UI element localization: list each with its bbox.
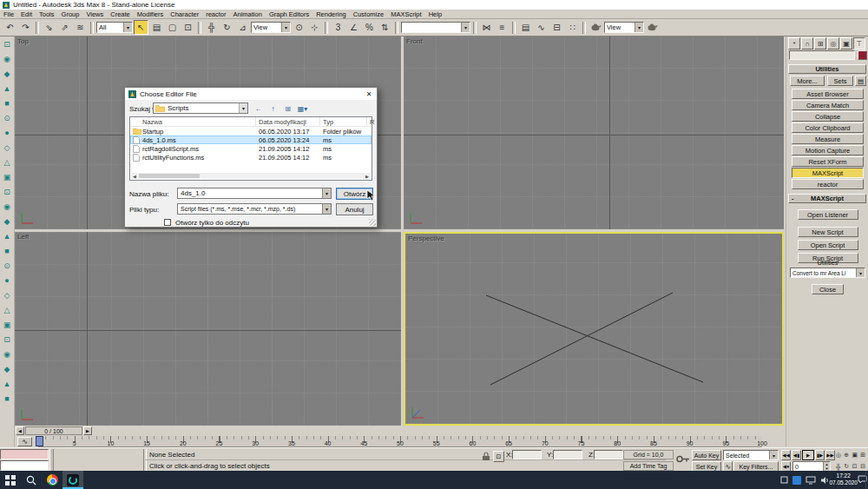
previous-frame-button[interactable]: ◀▮ xyxy=(792,450,801,460)
file-row-rctragdollscript-ms[interactable]: rctRagdollScript.ms21.09.2005 14:12ms xyxy=(130,144,372,153)
reactor-cloth-collection-icon[interactable]: ◉ xyxy=(1,53,13,65)
new-script-button[interactable]: New Script xyxy=(798,227,858,237)
reactor-rope-modifier-icon[interactable]: ▲ xyxy=(1,378,13,390)
read-only-checkbox[interactable] xyxy=(164,219,171,226)
add-time-tag[interactable]: Add Time Tag xyxy=(623,461,674,471)
horizontal-scrollbar[interactable]: ◀ ▶ xyxy=(131,173,371,179)
reactor-linear-dashpot-icon[interactable]: ◇ xyxy=(1,142,13,154)
reactor-rag-doll-constraint-icon[interactable]: ⊡ xyxy=(1,186,13,198)
utility-collapse-button[interactable]: Collapse xyxy=(792,111,864,122)
maxscript-utility-dropdown[interactable]: Convert to mr Area Li ▾ xyxy=(790,268,865,278)
set-keys-icon[interactable] xyxy=(676,455,690,463)
menu-animation[interactable]: Animation xyxy=(230,10,266,19)
align-button[interactable]: ≡ xyxy=(495,20,510,35)
cancel-button[interactable]: Anuluj xyxy=(336,203,373,215)
resize-grip[interactable] xyxy=(369,219,376,226)
select-object-button[interactable]: ↖ xyxy=(134,20,148,35)
reactor-toy-car-icon[interactable]: ● xyxy=(1,274,13,287)
angle-snap-toggle-button[interactable]: ∠ xyxy=(346,20,361,35)
scroll-right-icon[interactable]: ▶ xyxy=(364,174,371,179)
menu-character[interactable]: Character xyxy=(167,10,202,19)
go-to-start-button[interactable]: ◀◀ xyxy=(781,450,791,460)
open-script-button[interactable]: Open Script xyxy=(798,240,858,250)
reactor-soft-body-collection-icon[interactable]: ◆ xyxy=(1,68,13,80)
reactor-spring-icon[interactable]: ● xyxy=(1,127,13,139)
reactor-rope-collection-icon[interactable]: ▲ xyxy=(1,83,13,95)
zoom-button[interactable]: ◎ xyxy=(834,450,843,460)
back-button[interactable]: ← xyxy=(252,102,265,116)
file-name-combo[interactable]: 4ds_1.0 ▾ xyxy=(177,188,332,199)
bind-to-space-warp-button[interactable]: ≋ xyxy=(73,20,88,35)
file-row-rctutilityfunctions-ms[interactable]: rctUtilityFunctions.ms21.09.2005 14:12ms xyxy=(130,153,372,162)
maxscript-mini-listener-macro[interactable] xyxy=(0,449,49,459)
utilities-rollout-header[interactable]: Utilities xyxy=(788,64,866,74)
scroll-left-icon[interactable]: ◀ xyxy=(131,174,138,179)
trackbar-prev-key-button[interactable]: ◀ xyxy=(16,426,24,435)
utility-reactor-button[interactable]: reactor xyxy=(792,179,864,189)
scrollbar-thumb[interactable] xyxy=(139,174,200,178)
column-header-data-modyfikacji[interactable]: Data modyfikacji xyxy=(259,118,306,126)
select-and-rotate-button[interactable]: ↻ xyxy=(220,20,234,35)
reactor-prismatic-constraint-icon[interactable]: ▲ xyxy=(1,230,13,242)
reactor-motor-icon[interactable]: △ xyxy=(1,304,13,316)
reactor-point-point-constraint-icon[interactable]: ◆ xyxy=(1,215,13,228)
reference-coordinate-system-dropdown[interactable]: View▾ xyxy=(251,22,291,33)
object-color-swatch[interactable] xyxy=(858,50,867,60)
tab-display[interactable]: ▣ xyxy=(840,37,852,50)
menu-edit[interactable]: Edit xyxy=(17,10,36,19)
reactor-rigid-body-collection-icon[interactable]: ⊡ xyxy=(1,38,13,50)
viewport-perspective[interactable]: Perspective xyxy=(404,232,784,426)
key-mode-dropdown[interactable]: Selected▾ xyxy=(723,450,779,460)
maxscript-mini-listener[interactable] xyxy=(0,460,49,471)
schematic-view-button[interactable]: ⊟ xyxy=(549,20,564,35)
dialog-titlebar[interactable]: Choose Editor File ✕ xyxy=(125,88,377,100)
reactor-wind-icon[interactable]: ▣ xyxy=(1,319,13,331)
selection-lock-icon[interactable] xyxy=(482,452,490,461)
object-name-field[interactable] xyxy=(789,50,855,60)
reactor-fracture-icon[interactable]: ◇ xyxy=(1,289,13,301)
viewport-left-label[interactable]: Left xyxy=(17,233,29,241)
tab-utilities[interactable]: ⊤ xyxy=(853,37,865,50)
menu-rendering[interactable]: Rendering xyxy=(312,10,350,19)
undo-button[interactable]: ↶ xyxy=(3,20,17,35)
utility-camera-match-button[interactable]: Camera Match xyxy=(792,100,864,110)
frame-spinner[interactable]: ▲▼ xyxy=(823,462,830,471)
taskbar-search-button[interactable] xyxy=(21,471,42,489)
menu-help[interactable]: Help xyxy=(425,10,445,19)
file-row-4ds-1-0-ms[interactable]: 4ds_1.0.ms06.05.2020 13:24ms xyxy=(130,135,372,144)
curve-editor-button[interactable]: ∿ xyxy=(534,20,549,35)
reactor-water-icon[interactable]: ⊡ xyxy=(1,334,13,346)
up-one-level-button[interactable]: ↑ xyxy=(266,102,279,116)
zoom-all-button[interactable]: ⊕ xyxy=(843,450,852,460)
zoom-extents-button[interactable]: ▣ xyxy=(851,450,859,460)
viewport-left[interactable]: Left xyxy=(15,232,401,426)
z-coordinate-field[interactable] xyxy=(594,450,623,459)
taskbar-3dsmax-button[interactable] xyxy=(62,471,83,489)
close-utility-button[interactable]: Close xyxy=(812,284,844,294)
x-coordinate-field[interactable] xyxy=(512,450,542,459)
menu-tools[interactable]: Tools xyxy=(36,10,58,19)
tab-motion[interactable]: ◎ xyxy=(827,37,839,50)
unlink-selection-button[interactable]: ⇗ xyxy=(57,20,72,35)
volume-icon[interactable] xyxy=(820,476,830,485)
utilities-config-button[interactable]: ▤ xyxy=(855,76,866,86)
mini-curve-editor-button[interactable]: ∿ xyxy=(17,437,32,446)
named-selection-sets-dropdown[interactable]: ▾ xyxy=(401,22,470,33)
window-crossing-toggle-button[interactable]: ⊡ xyxy=(181,20,195,35)
reactor-angular-dashpot-icon[interactable]: △ xyxy=(1,156,13,169)
rectangular-selection-region-button[interactable]: ▢ xyxy=(165,20,180,35)
selection-filter-dropdown[interactable]: All▾ xyxy=(96,22,133,33)
tab-hierarchy[interactable]: ⊞ xyxy=(814,37,826,50)
column-header-typ[interactable]: Typ xyxy=(323,118,333,126)
menu-views[interactable]: Views xyxy=(82,10,107,19)
mirror-button[interactable]: ⋈ xyxy=(479,20,494,35)
start-button[interactable] xyxy=(0,471,21,489)
reactor-soft-body-modifier-icon[interactable]: ◆ xyxy=(1,363,13,375)
menu-modifiers[interactable]: Modifiers xyxy=(134,10,167,19)
view-menu-button[interactable]: ▦▾ xyxy=(296,102,309,116)
time-slider-handle[interactable] xyxy=(36,436,43,446)
snaps-toggle-button[interactable]: 3 xyxy=(331,20,345,35)
utility-asset-browser-button[interactable]: Asset Browser xyxy=(792,89,864,99)
quick-render-button[interactable] xyxy=(645,20,660,35)
render-type-dropdown[interactable]: View▾ xyxy=(604,22,644,33)
